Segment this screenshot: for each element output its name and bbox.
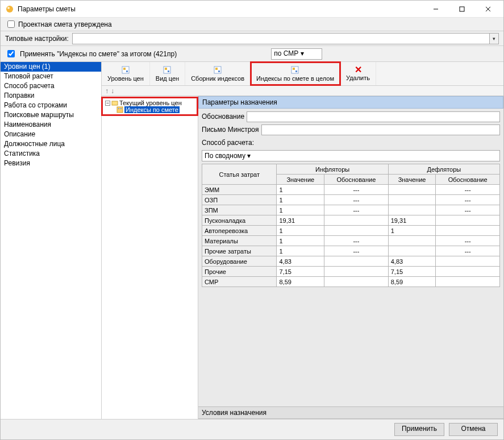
chevron-down-icon: ▾ [247, 152, 251, 160]
tool-delete[interactable]: ✕Удалить [340, 62, 376, 85]
cell-def-osn[interactable] [436, 256, 500, 267]
row-name: ЗПМ [202, 205, 277, 215]
row-name: Прочие [202, 267, 277, 277]
cell-inf-osn[interactable]: --- [324, 205, 389, 215]
cell-inf-val[interactable]: 1 [277, 246, 324, 256]
cell-def-val[interactable]: 19,31 [388, 215, 436, 226]
tool-level-price[interactable]: Уровень цен [102, 62, 150, 85]
cell-def-osn[interactable] [436, 226, 500, 236]
cell-def-osn[interactable] [436, 215, 500, 226]
form-pane: Параметры назначения Обоснование Письмо … [198, 96, 503, 419]
cell-inf-val[interactable]: 4,83 [277, 256, 324, 267]
cell-inf-osn[interactable] [324, 256, 389, 267]
tree-child[interactable]: Индексы по смете [104, 106, 195, 113]
cell-def-osn[interactable]: --- [436, 195, 500, 205]
cell-def-val[interactable] [388, 205, 436, 215]
sidebar-item-10[interactable]: Ревизия [1, 159, 101, 168]
cell-def-osn[interactable]: --- [436, 246, 500, 256]
cell-inf-osn[interactable]: --- [324, 185, 389, 195]
cell-inf-osn[interactable] [324, 267, 389, 277]
cell-inf-osn[interactable]: --- [324, 195, 389, 205]
cell-inf-osn[interactable] [324, 277, 389, 287]
col-inf-val: Значение [277, 175, 324, 185]
tree-child-label: Индексы по смете [124, 106, 180, 113]
cell-def-val[interactable]: 4,83 [388, 256, 436, 267]
minimize-button[interactable] [423, 1, 449, 17]
cell-inf-val[interactable]: 8,59 [277, 277, 324, 287]
apply-indices-checkbox[interactable] [7, 50, 15, 57]
cell-inf-val[interactable]: 1 [277, 205, 324, 215]
tool-label: Уровень цен [107, 75, 144, 82]
cell-def-val[interactable] [388, 236, 436, 246]
cell-def-val[interactable] [388, 246, 436, 256]
move-up-icon[interactable]: ↑ [105, 87, 109, 95]
sidebar-item-3[interactable]: Поправки [1, 91, 101, 101]
level-icon [111, 99, 118, 106]
cell-inf-osn[interactable]: --- [324, 236, 389, 246]
cell-def-osn[interactable]: --- [436, 236, 500, 246]
cell-inf-val[interactable]: 1 [277, 226, 324, 236]
approved-label: Проектная смета утверждена [18, 20, 112, 28]
colgroup-inflators: Инфляторы [277, 164, 388, 175]
sidebar-item-9[interactable]: Статистика [1, 149, 101, 159]
cell-inf-osn[interactable] [324, 215, 389, 226]
cell-def-osn[interactable]: --- [436, 205, 500, 215]
pismo-label: Письмо Минстроя [202, 126, 259, 134]
maximize-button[interactable] [449, 1, 475, 17]
sidebar-item-1[interactable]: Типовой расчет [1, 72, 101, 81]
cell-inf-val[interactable]: 1 [277, 195, 324, 205]
cell-def-osn[interactable] [436, 267, 500, 277]
sidebar-item-8[interactable]: Должностные лица [1, 139, 101, 149]
tree-highlight: − Текущий уровень цен Индексы по смете [103, 98, 197, 114]
cell-inf-val[interactable]: 1 [277, 185, 324, 195]
collapse-icon[interactable]: − [105, 101, 110, 106]
view-price-icon [163, 65, 172, 74]
tree-root[interactable]: − Текущий уровень цен [104, 99, 195, 106]
col-cost-item: Статья затрат [202, 164, 277, 185]
tool-label: Сборник индексов [191, 75, 244, 82]
sidebar-item-0[interactable]: Уровни цен (1) [1, 62, 101, 72]
close-button[interactable] [475, 1, 501, 17]
move-down-icon[interactable]: ↓ [111, 87, 114, 95]
cell-inf-val[interactable]: 19,31 [277, 215, 324, 226]
apply-button[interactable]: Применить [394, 423, 444, 436]
sidebar: Уровни цен (1)Типовой расчетСпособ расче… [1, 62, 102, 419]
table-row: Оборудование4,834,83 [202, 256, 500, 267]
cell-inf-val[interactable]: 7,15 [277, 267, 324, 277]
cell-def-osn[interactable]: --- [436, 185, 500, 195]
sidebar-item-7[interactable]: Описание [1, 130, 101, 139]
cell-inf-osn[interactable]: --- [324, 246, 389, 256]
form-header: Параметры назначения [198, 96, 503, 109]
cell-def-val[interactable]: 1 [388, 226, 436, 236]
typical-combo[interactable]: ▾ [72, 33, 499, 44]
smr-combo[interactable]: по СМР ▾ [271, 48, 322, 60]
tool-index-all[interactable]: Индексы по смете в целом [251, 62, 340, 85]
typical-row: Типовые настройки: ▾ [1, 31, 503, 46]
method-combo[interactable]: По сводному ▾ [202, 150, 500, 161]
row-name: Прочие затраты [202, 246, 277, 256]
window-title: Параметры сметы [18, 5, 423, 13]
cell-def-val[interactable] [388, 185, 436, 195]
tool-view-price[interactable]: Вид цен [150, 62, 185, 85]
sidebar-item-5[interactable]: Поисковые маршруты [1, 110, 101, 120]
cell-def-val[interactable] [388, 195, 436, 205]
row-name: СМР [202, 277, 277, 287]
apply-row: Применять "Индексы по смете" за итогом (… [1, 46, 503, 62]
osnov-input[interactable] [247, 111, 500, 122]
table-row: СМР8,598,59 [202, 277, 500, 287]
sidebar-item-6[interactable]: Наименования [1, 120, 101, 130]
sidebar-item-4[interactable]: Работа со строками [1, 101, 101, 110]
cell-def-val[interactable]: 7,15 [388, 267, 436, 277]
pismo-input[interactable] [261, 124, 500, 135]
tool-index-coll[interactable]: Сборник индексов [185, 62, 251, 85]
table-row: Прочие7,157,15 [202, 267, 500, 277]
cell-inf-osn[interactable] [324, 226, 389, 236]
approved-checkbox[interactable] [7, 20, 15, 28]
sidebar-item-2[interactable]: Способ расчета [1, 81, 101, 91]
col-def-osn: Обоснование [436, 175, 500, 185]
cell-inf-val[interactable]: 1 [277, 236, 324, 246]
titlebar: Параметры сметы [1, 1, 503, 18]
cell-def-val[interactable]: 8,59 [388, 277, 436, 287]
cancel-button[interactable]: Отмена [449, 423, 498, 436]
cell-def-osn[interactable] [436, 277, 500, 287]
